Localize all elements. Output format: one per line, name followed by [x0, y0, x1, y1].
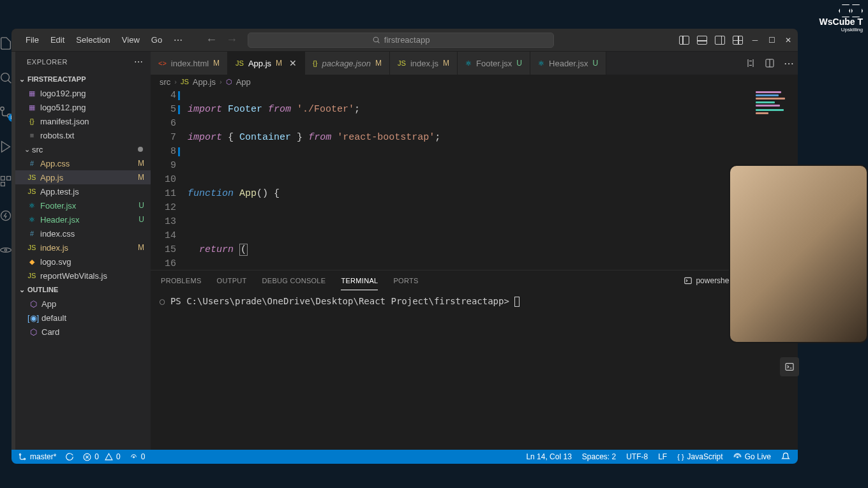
close-window-icon[interactable]: ✕: [784, 36, 793, 45]
svg-rect-25: [786, 364, 793, 371]
errors-status[interactable]: 0 0: [83, 452, 120, 461]
indentation[interactable]: Spaces: 2: [582, 452, 616, 461]
folder-header[interactable]: ⌄ FIRSTREACTAPP: [15, 72, 151, 86]
menu-view[interactable]: View: [117, 33, 145, 47]
maximize-icon[interactable]: ☐: [767, 36, 776, 45]
js-icon: JS: [398, 59, 406, 67]
terminal-profile[interactable]: powershell: [684, 276, 732, 285]
command-center[interactable]: firstreactapp: [248, 33, 554, 48]
breadcrumb-item[interactable]: src: [160, 77, 170, 87]
react-icon: ⚛: [27, 214, 37, 225]
layout-bottom-icon[interactable]: [697, 36, 707, 45]
outline-header[interactable]: ⌄ OUTLINE: [15, 283, 151, 297]
close-tab-icon[interactable]: ✕: [289, 58, 297, 68]
file-item[interactable]: ⚛ Footer.jsx U: [15, 198, 151, 212]
svg-point-23: [133, 456, 134, 457]
file-item[interactable]: {} manifest.json: [15, 114, 151, 128]
svg-point-9: [4, 249, 6, 251]
svg-point-8: [1, 211, 11, 221]
svg-point-3: [8, 114, 11, 118]
svg-rect-6: [7, 177, 11, 181]
svg-line-1: [8, 80, 11, 84]
tab-app-js[interactable]: JS App.js M ✕: [228, 52, 305, 75]
webcam-overlay: [729, 165, 868, 343]
panel-output[interactable]: OUTPUT: [217, 272, 247, 290]
minimize-icon[interactable]: ─: [751, 36, 760, 45]
json-icon: {}: [27, 116, 37, 126]
warning-icon: [105, 453, 113, 461]
svg-point-10: [1, 248, 11, 253]
panel-ports[interactable]: PORTS: [393, 272, 418, 290]
tab-package-json[interactable]: {} package.json M: [305, 52, 390, 75]
css-icon: #: [27, 228, 37, 239]
terminal-sidebar-icon[interactable]: [780, 357, 799, 376]
menu-edit[interactable]: Edit: [45, 33, 70, 47]
js-icon: JS: [27, 270, 37, 281]
outline-item[interactable]: ⬡ App: [15, 297, 151, 311]
css-icon: #: [27, 158, 37, 168]
bell-icon[interactable]: [781, 452, 790, 461]
svg-marker-4: [2, 142, 10, 152]
cube-icon: ⬡: [28, 327, 38, 337]
sidebar-more-icon[interactable]: ⋯: [134, 57, 143, 67]
cube-icon: ⬡: [226, 78, 232, 86]
broadcast-icon: [733, 453, 742, 461]
file-item[interactable]: # index.css: [15, 226, 151, 240]
menu-selection[interactable]: Selection: [71, 33, 115, 47]
compare-icon[interactable]: [745, 58, 756, 68]
tab-index-html[interactable]: <> index.html M: [151, 52, 228, 75]
layout-right-icon[interactable]: [715, 36, 725, 45]
file-item[interactable]: ≡ robots.txt: [15, 128, 151, 142]
nav-back-icon[interactable]: ←: [206, 33, 217, 47]
html-icon: <>: [158, 59, 167, 67]
layout-grid-icon[interactable]: [733, 36, 743, 45]
outline-item[interactable]: ⬡ Card: [15, 325, 151, 339]
cursor-position[interactable]: Ln 14, Col 13: [526, 452, 571, 461]
file-item[interactable]: JS App.test.js: [15, 184, 151, 198]
outline-item[interactable]: [◉] default: [15, 311, 151, 325]
folder-src[interactable]: ⌄ src: [15, 142, 151, 156]
breadcrumb-item[interactable]: App: [236, 77, 251, 87]
file-item[interactable]: ◆ logo.svg: [15, 255, 151, 269]
line-gutter: 4 5 6 7 8 9 10 11 12 13 14 15 16: [151, 89, 188, 270]
menu-file[interactable]: File: [20, 33, 44, 47]
encoding[interactable]: UTF-8: [626, 452, 648, 461]
error-icon: [83, 453, 91, 461]
file-item[interactable]: JS index.js M: [15, 240, 151, 255]
radio-icon: [130, 453, 138, 461]
file-item[interactable]: ⚛ Header.jsx U: [15, 212, 151, 226]
js-icon: JS: [27, 242, 37, 253]
eol[interactable]: LF: [658, 452, 667, 461]
breadcrumb-item[interactable]: App.js: [193, 77, 216, 87]
file-item[interactable]: JS App.js M: [15, 170, 151, 184]
port-status[interactable]: 0: [130, 452, 146, 461]
sync-status[interactable]: [65, 452, 74, 461]
tab-footer-jsx[interactable]: ⚛ Footer.jsx U: [458, 52, 530, 75]
terminal-content[interactable]: ○ PS C:\Users\prade\OneDrive\Desktop\Rea…: [151, 291, 798, 437]
tab-more-icon[interactable]: ⋯: [784, 58, 794, 68]
split-icon[interactable]: [765, 58, 775, 68]
file-item[interactable]: # App.css M: [15, 156, 151, 170]
js-icon: JS: [236, 59, 244, 67]
cube-icon: ⬡: [28, 299, 38, 309]
nav-forward-icon[interactable]: →: [226, 33, 237, 47]
svg-rect-15: [685, 277, 692, 283]
panel-debug[interactable]: DEBUG CONSOLE: [262, 272, 326, 290]
tab-index-js[interactable]: JS index.js M: [390, 52, 458, 75]
language-mode[interactable]: { } JavaScript: [677, 452, 722, 461]
sync-icon: [65, 452, 74, 461]
file-item[interactable]: ▦ logo192.png: [15, 86, 151, 100]
file-item[interactable]: JS reportWebVitals.js: [15, 269, 151, 283]
layout-left-icon[interactable]: [679, 36, 689, 45]
panel-terminal[interactable]: TERMINAL: [341, 272, 378, 290]
menu-more-icon[interactable]: ⋯: [168, 33, 188, 48]
menu-go[interactable]: Go: [146, 33, 167, 47]
panel-problems[interactable]: PROBLEMS: [161, 272, 202, 290]
go-live[interactable]: Go Live: [733, 452, 771, 461]
svg-point-24: [737, 456, 738, 457]
tab-header-jsx[interactable]: ⚛ Header.jsx U: [530, 52, 606, 75]
code-editor[interactable]: 4 5 6 7 8 9 10 11 12 13 14 15 16 i: [151, 89, 798, 270]
file-item[interactable]: ▦ logo512.png: [15, 100, 151, 114]
branch-status[interactable]: master*: [18, 452, 56, 461]
code-content: import Footer from './Footer'; import { …: [188, 89, 798, 270]
